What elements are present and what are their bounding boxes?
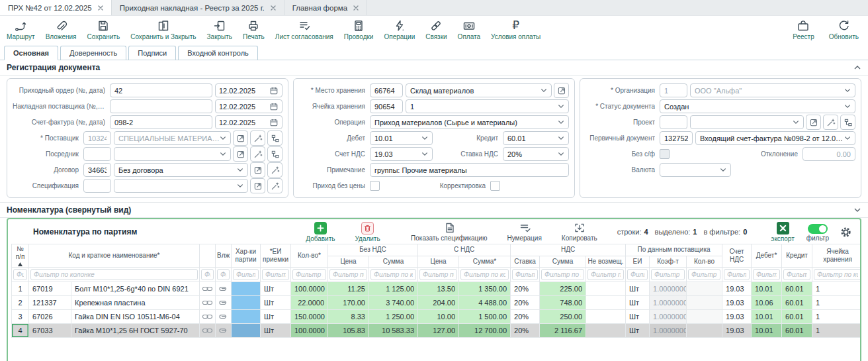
- cell-num[interactable]: 2: [12, 296, 29, 310]
- middleman-code-input[interactable]: [83, 147, 111, 161]
- header-sum-no-vat[interactable]: Сумма: [369, 256, 418, 268]
- attachment-icon[interactable]: [216, 324, 232, 338]
- header-storage-cell[interactable]: Ячейка хранения: [812, 244, 861, 268]
- table-row[interactable]: 1 67019 Болт М10*1,25-6g*40 по DIN 6921 …: [12, 282, 862, 296]
- organization-code-input[interactable]: [660, 83, 687, 97]
- cell-receipt-unit[interactable]: Шт: [261, 296, 291, 310]
- filter-toggle[interactable]: фильтр: [806, 223, 829, 242]
- cell-coef[interactable]: 1.00000000: [650, 296, 687, 310]
- header-num[interactable]: № п/п: [12, 244, 29, 268]
- cell-non-refund[interactable]: [586, 282, 626, 296]
- filter-credit-input[interactable]: [783, 269, 810, 280]
- cell-price-with-vat[interactable]: 204.00: [418, 296, 459, 310]
- cell-debit[interactable]: 10.01: [752, 282, 782, 296]
- cell-sum-no-vat[interactable]: 10 583.33: [369, 324, 418, 338]
- cell-vat-rate[interactable]: 20%: [511, 324, 540, 338]
- cell-code[interactable]: 67026: [29, 310, 71, 324]
- cell-vat-account[interactable]: 19.03: [722, 324, 752, 338]
- open-record-button[interactable]: [233, 130, 248, 146]
- project-select[interactable]: [690, 115, 804, 129]
- cell-vat-rate[interactable]: 20%: [511, 310, 540, 324]
- document-status-select[interactable]: Создан: [660, 99, 855, 113]
- filter-unit-input[interactable]: [627, 269, 648, 280]
- filter-storage-cell-input[interactable]: [814, 269, 861, 280]
- cell-supplier-qty[interactable]: [687, 282, 722, 296]
- approval-sheet-button[interactable]: Лист согласования: [275, 19, 333, 40]
- tab-main[interactable]: Основная: [4, 46, 58, 60]
- header-attach[interactable]: Влж: [216, 244, 232, 268]
- cell-supplier-qty[interactable]: [687, 310, 722, 324]
- cell-code[interactable]: 121337: [29, 296, 71, 310]
- delete-row-button[interactable]: Удалить: [355, 222, 380, 242]
- cell-name[interactable]: Болт М10*1,25-6g*40 по DIN 6921: [71, 282, 200, 296]
- window-tab-document[interactable]: ПРХ №42 от 12.02.2025: [0, 0, 112, 15]
- calendar-icon[interactable]: [269, 102, 279, 111]
- link-icon[interactable]: [200, 324, 216, 338]
- cell-qty[interactable]: 22.0000: [291, 296, 328, 310]
- magic-wand-button[interactable]: [823, 115, 838, 130]
- cell-unit[interactable]: Шт: [626, 296, 650, 310]
- cell-storage-cell[interactable]: 1: [812, 296, 861, 310]
- storage-cell-code-input[interactable]: [370, 99, 403, 113]
- storage-code-input[interactable]: [370, 83, 403, 97]
- close-icon[interactable]: [353, 5, 359, 11]
- cell-num[interactable]: 1: [12, 282, 29, 296]
- cell-coef[interactable]: 1.00000000: [650, 282, 687, 296]
- cell-sum-no-vat[interactable]: 3 740.00: [369, 296, 418, 310]
- cell-price-no-vat[interactable]: 105.83: [328, 324, 369, 338]
- cell-credit[interactable]: 60.01: [782, 296, 812, 310]
- cell-vat-account[interactable]: 19.03: [722, 296, 752, 310]
- middleman-select[interactable]: [114, 147, 231, 161]
- cell-price-with-vat[interactable]: 10.00: [418, 310, 459, 324]
- cell-batch[interactable]: [232, 296, 261, 310]
- cell-vat-sum[interactable]: 250.00: [540, 310, 586, 324]
- route-button[interactable]: Маршрут: [7, 19, 35, 40]
- filter-code-name-input[interactable]: [30, 269, 198, 280]
- cell-code[interactable]: 67019: [29, 282, 71, 296]
- cell-coef[interactable]: 1.00000000: [650, 324, 687, 338]
- registry-button[interactable]: Реестр: [793, 19, 814, 40]
- tab-input-control[interactable]: Входной контроль: [178, 46, 258, 60]
- cell-non-refund[interactable]: [586, 296, 626, 310]
- cell-code[interactable]: 67033: [29, 324, 71, 338]
- header-code-name[interactable]: Код и краткое наименование*: [29, 244, 200, 268]
- filter-supplier-qty-input[interactable]: [688, 269, 720, 280]
- cell-vat-account[interactable]: 19.03: [722, 282, 752, 296]
- header-price-no-vat[interactable]: Цена: [328, 256, 369, 268]
- organization-select[interactable]: ООО "Альфа": [690, 83, 855, 97]
- contract-code-input[interactable]: [83, 163, 111, 177]
- credit-select[interactable]: 60.01: [503, 131, 569, 145]
- collapse-down-icon[interactable]: [853, 207, 861, 213]
- cell-batch[interactable]: [232, 324, 261, 338]
- export-excel-button[interactable]: экспорт: [771, 222, 795, 242]
- close-icon[interactable]: [98, 5, 103, 11]
- refresh-button[interactable]: Обновить: [829, 19, 859, 40]
- primary-document-code-input[interactable]: [660, 131, 693, 145]
- hierarchy-button[interactable]: [840, 115, 855, 130]
- attachment-icon[interactable]: [216, 310, 232, 324]
- grid-settings-button[interactable]: [840, 226, 852, 238]
- cell-price-no-vat[interactable]: 11.25: [328, 282, 369, 296]
- waybill-date-input[interactable]: [219, 103, 269, 111]
- cell-non-refund[interactable]: [586, 310, 626, 324]
- header-coef[interactable]: Коэф-т: [650, 256, 687, 268]
- header-vat-account[interactable]: Счет НДС: [722, 244, 752, 268]
- open-record-button[interactable]: [250, 178, 265, 193]
- supplier-select[interactable]: СПЕЦИАЛЬНЫЕ МАТЕРИАЛЫ ООО: [114, 131, 231, 145]
- cell-num[interactable]: 3: [12, 310, 29, 324]
- cell-vat-rate[interactable]: 20%: [511, 296, 540, 310]
- waybill-number-input[interactable]: [110, 99, 212, 113]
- table-row-selected[interactable]: 4 67033 Гайка М10*1,25 6Н ГОСТ 5927-70 Ш…: [12, 324, 862, 338]
- header-qty[interactable]: Кол-во*: [291, 244, 328, 268]
- filter-sum-with-vat-input[interactable]: [460, 269, 509, 280]
- payment-terms-button[interactable]: ₽ Условия оплаты: [491, 19, 541, 40]
- header-vat-sum[interactable]: Сумма: [540, 256, 586, 268]
- header-batch[interactable]: Хар-ки партии: [232, 244, 261, 268]
- cell-credit[interactable]: 60.01: [782, 324, 812, 338]
- cell-name[interactable]: Гайка DIN EN ISO 10511-M6-04: [71, 310, 200, 324]
- filter-receipt-unit-input[interactable]: [262, 269, 289, 280]
- debit-select[interactable]: 10.01: [370, 131, 433, 145]
- cell-supplier-qty[interactable]: [687, 296, 722, 310]
- order-date-input[interactable]: [219, 87, 269, 95]
- links-button[interactable]: Связки: [425, 19, 447, 40]
